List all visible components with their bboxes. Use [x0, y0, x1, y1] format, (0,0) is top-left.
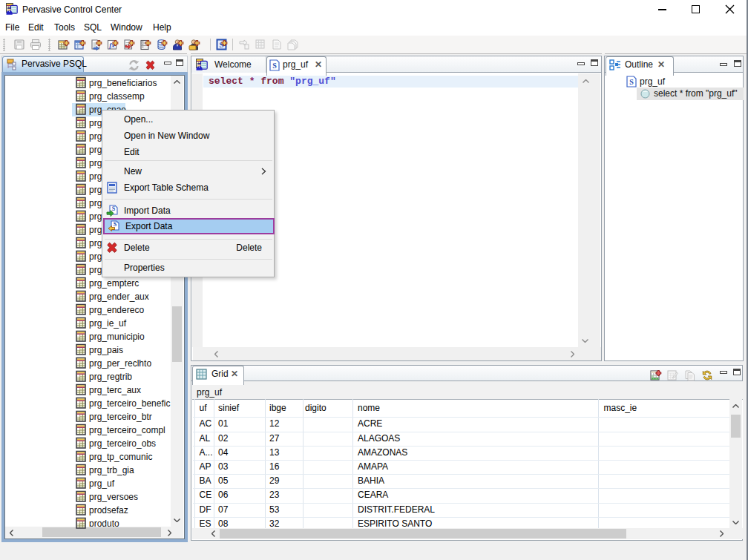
svg-text:S: S [114, 221, 117, 228]
svg-text:S: S [219, 40, 223, 49]
svg-text:S: S [629, 78, 634, 86]
svg-text:S: S [272, 62, 277, 70]
svg-text:S: S [112, 205, 116, 212]
